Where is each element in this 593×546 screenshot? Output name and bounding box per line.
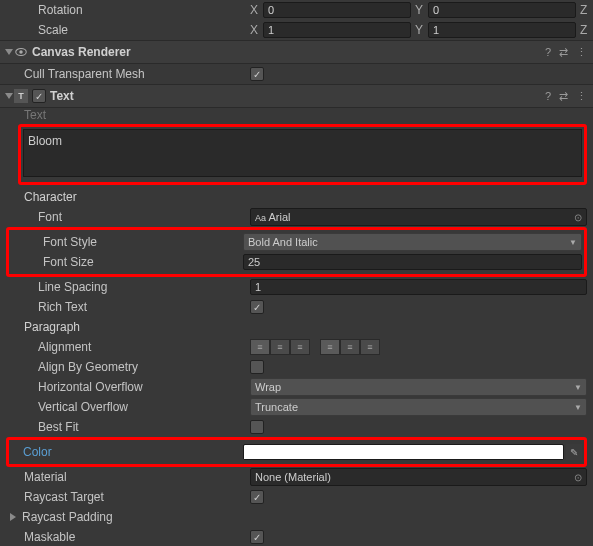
- material-label: Material: [6, 470, 250, 484]
- maskable-row: Maskable ✓: [0, 527, 593, 546]
- alignment-label: Alignment: [6, 340, 250, 354]
- align-bottom-button[interactable]: ≡: [360, 339, 380, 355]
- axis-y: Y: [415, 3, 425, 17]
- text-component-title: Text: [50, 89, 74, 103]
- cull-row: Cull Transparent Mesh ✓: [0, 64, 593, 84]
- maskable-label: Maskable: [6, 530, 250, 544]
- alignment-row: Alignment ≡ ≡ ≡ ≡ ≡ ≡: [0, 337, 593, 357]
- color-swatch[interactable]: [243, 444, 564, 460]
- line-spacing-row: Line Spacing: [0, 277, 593, 297]
- chevron-down-icon: ▼: [574, 383, 582, 392]
- highlight-color: Color ✎: [6, 437, 587, 467]
- rotation-y-input[interactable]: [428, 2, 576, 18]
- raycast-padding-row[interactable]: Raycast Padding: [0, 507, 593, 527]
- highlight-fontstyle-size: Font Style Bold And Italic▼ Font Size: [6, 227, 587, 277]
- h-overflow-dropdown[interactable]: Wrap▼: [250, 378, 587, 396]
- cull-label: Cull Transparent Mesh: [6, 67, 250, 81]
- font-size-input[interactable]: [243, 254, 582, 270]
- eyedropper-icon[interactable]: ✎: [566, 444, 582, 460]
- line-spacing-input[interactable]: [250, 279, 587, 295]
- font-style-row: Font Style Bold And Italic▼: [11, 232, 582, 252]
- v-overflow-row: Vertical Overflow Truncate▼: [0, 397, 593, 417]
- preset-icon[interactable]: ⇄: [559, 90, 568, 103]
- font-size-row: Font Size: [11, 252, 582, 272]
- object-picker-icon[interactable]: ⊙: [574, 212, 582, 223]
- text-enabled-checkbox[interactable]: ✓: [32, 89, 46, 103]
- h-overflow-label: Horizontal Overflow: [6, 380, 250, 394]
- axis-z: Z: [580, 3, 590, 17]
- material-row: Material None (Material)⊙: [0, 467, 593, 487]
- align-top-button[interactable]: ≡: [320, 339, 340, 355]
- foldout-icon[interactable]: [5, 49, 13, 55]
- foldout-icon[interactable]: [10, 513, 16, 521]
- raycast-checkbox[interactable]: ✓: [250, 490, 264, 504]
- visibility-icon: [14, 45, 28, 59]
- font-style-dropdown[interactable]: Bold And Italic▼: [243, 233, 582, 251]
- font-style-label: Font Style: [11, 235, 243, 249]
- help-icon[interactable]: ?: [545, 90, 551, 103]
- foldout-icon[interactable]: [5, 93, 13, 99]
- axis-z: Z: [580, 23, 590, 37]
- align-right-button[interactable]: ≡: [290, 339, 310, 355]
- paragraph-label: Paragraph: [6, 320, 250, 334]
- raycast-label: Raycast Target: [6, 490, 250, 504]
- text-field-label: Text: [6, 108, 250, 122]
- rich-text-label: Rich Text: [6, 300, 250, 314]
- font-row: Font Aa Arial⊙: [0, 207, 593, 227]
- best-fit-row: Best Fit: [0, 417, 593, 437]
- text-component-icon: T: [14, 89, 28, 103]
- material-field[interactable]: None (Material)⊙: [250, 468, 587, 486]
- object-picker-icon[interactable]: ⊙: [574, 472, 582, 483]
- scale-row: Scale X Y Z: [0, 20, 593, 40]
- alignment-buttons: ≡ ≡ ≡ ≡ ≡ ≡: [250, 339, 388, 355]
- highlight-text: [18, 124, 587, 185]
- align-geom-row: Align By Geometry: [0, 357, 593, 377]
- font-label: Font: [6, 210, 250, 224]
- axis-x: X: [250, 23, 260, 37]
- line-spacing-label: Line Spacing: [6, 280, 250, 294]
- menu-icon[interactable]: ⋮: [576, 46, 587, 59]
- rotation-row: Rotation X Y Z: [0, 0, 593, 20]
- color-label: Color: [11, 445, 243, 459]
- maskable-checkbox[interactable]: ✓: [250, 530, 264, 544]
- scale-y-input[interactable]: [428, 22, 576, 38]
- raycast-row: Raycast Target ✓: [0, 487, 593, 507]
- svg-point-1: [19, 50, 23, 54]
- rich-text-checkbox[interactable]: ✓: [250, 300, 264, 314]
- font-field[interactable]: Aa Arial⊙: [250, 208, 587, 226]
- align-geom-label: Align By Geometry: [6, 360, 250, 374]
- raycast-padding-label: Raycast Padding: [18, 510, 262, 524]
- best-fit-label: Best Fit: [6, 420, 250, 434]
- h-overflow-row: Horizontal Overflow Wrap▼: [0, 377, 593, 397]
- align-geom-checkbox[interactable]: [250, 360, 264, 374]
- chevron-down-icon: ▼: [569, 238, 577, 247]
- text-label-row: Text: [0, 108, 593, 122]
- cull-checkbox[interactable]: ✓: [250, 67, 264, 81]
- align-middle-button[interactable]: ≡: [340, 339, 360, 355]
- canvas-renderer-title: Canvas Renderer: [32, 45, 131, 59]
- best-fit-checkbox[interactable]: [250, 420, 264, 434]
- align-center-button[interactable]: ≡: [270, 339, 290, 355]
- text-value-input[interactable]: [23, 129, 582, 177]
- paragraph-row: Paragraph: [0, 317, 593, 337]
- v-overflow-dropdown[interactable]: Truncate▼: [250, 398, 587, 416]
- character-row: Character: [0, 187, 593, 207]
- chevron-down-icon: ▼: [574, 403, 582, 412]
- canvas-renderer-header[interactable]: Canvas Renderer ? ⇄ ⋮: [0, 40, 593, 64]
- v-overflow-label: Vertical Overflow: [6, 400, 250, 414]
- scale-label: Scale: [6, 23, 250, 37]
- character-label: Character: [6, 190, 250, 204]
- axis-x: X: [250, 3, 260, 17]
- rotation-x-input[interactable]: [263, 2, 411, 18]
- rotation-label: Rotation: [6, 3, 250, 17]
- help-icon[interactable]: ?: [545, 46, 551, 59]
- preset-icon[interactable]: ⇄: [559, 46, 568, 59]
- align-left-button[interactable]: ≡: [250, 339, 270, 355]
- rich-text-row: Rich Text ✓: [0, 297, 593, 317]
- axis-y: Y: [415, 23, 425, 37]
- menu-icon[interactable]: ⋮: [576, 90, 587, 103]
- font-size-label: Font Size: [11, 255, 243, 269]
- text-component-header[interactable]: T ✓ Text ? ⇄ ⋮: [0, 84, 593, 108]
- color-row: Color ✎: [11, 442, 582, 462]
- scale-x-input[interactable]: [263, 22, 411, 38]
